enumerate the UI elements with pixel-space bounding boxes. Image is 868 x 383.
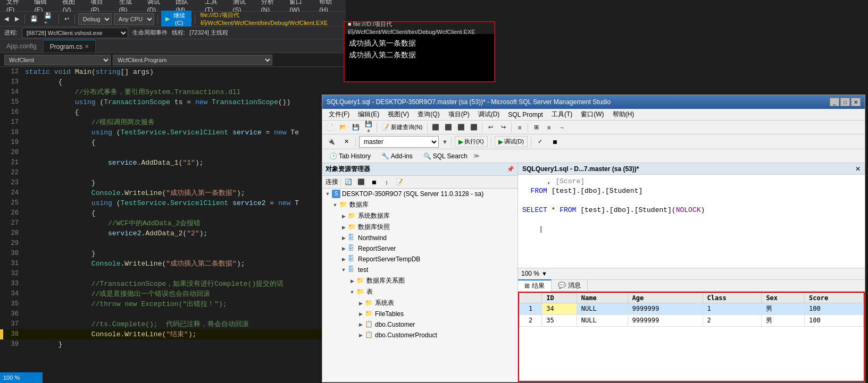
member-dropdown[interactable]: WcfClient.Program (113, 55, 272, 65)
line-content-31: Console.WriteLine("成功插入第二条数据"); (23, 259, 346, 269)
ssms-menu-window[interactable]: 窗口(W) (577, 109, 608, 120)
ssms-addins-btn[interactable]: 🔧 Add-ins (377, 151, 418, 161)
ssms-new-query-btn[interactable]: 📝 新建查询(N) (379, 122, 425, 133)
stop-btn[interactable]: ⏹ (369, 177, 379, 188)
line-num-25: 25 (4, 198, 23, 208)
ssms-redo-btn[interactable]: ↪ (497, 122, 509, 133)
tree-databases[interactable]: ▼ 📁 数据库 (322, 199, 518, 210)
tab-programcs-close[interactable]: ✕ (85, 44, 89, 49)
new-query-obj-btn[interactable]: 📝 (394, 177, 405, 188)
ssms-menu-query[interactable]: 查询(Q) (413, 109, 444, 120)
tree-server[interactable]: ▼ S DESKTOP-350R9O7 (SQL Server 11.0.312… (322, 189, 518, 199)
line-content-34: //或是直接抛出一个错误也会自动回滚 (23, 289, 346, 299)
debug-dropdown[interactable]: Debug (78, 13, 112, 25)
messages-tab-label: 消息 (568, 281, 581, 290)
sql-code-editor[interactable]: , [Score] FROM [test].[dbo].[Student] SE… (518, 175, 865, 268)
process-dropdown[interactable]: [88728] WcfClient.vshost.exe (22, 28, 128, 38)
ssms-stop-btn[interactable]: ⏹ (549, 136, 561, 148)
line-num-12: 12 (4, 67, 23, 77)
results-tab[interactable]: ⊞ 结果 (518, 279, 552, 292)
result-row-2[interactable]: 2 35 NULL 9999999 2 男 100 (520, 314, 864, 326)
ssms-new-file-btn[interactable]: 📄 (324, 122, 336, 133)
code-line-14: 14 //分布式事务，要引用System.Transactions.dll (0, 87, 346, 97)
ssms-save-btn[interactable]: 💾 (350, 122, 362, 133)
ssms-btn3[interactable]: ⬛ (430, 122, 441, 133)
tree-northwind[interactable]: ▶ 🗄 Northwind (322, 233, 518, 243)
tree-tables-folder[interactable]: ▼ 📁 表 (322, 286, 518, 297)
ssms-connect-btn[interactable]: 🔌 (326, 136, 337, 148)
line-num-38: 38 (4, 329, 23, 339)
ssms-align-btn[interactable]: ≡ (543, 122, 555, 133)
tree-reportservertempdb[interactable]: ▶ 🗄 ReportServerTempDB (322, 254, 518, 265)
ssms-open-btn[interactable]: 📂 (337, 122, 349, 133)
save-btn[interactable]: 💾 (28, 14, 40, 23)
forward-btn[interactable]: ▶ (13, 14, 21, 23)
ssms-debug-exec-btn[interactable]: ▶ 调试(D) (495, 136, 528, 147)
tree-filetables[interactable]: ▶ 📁 FileTables (322, 309, 518, 319)
ssms-menu-tools[interactable]: 工具(T) (547, 109, 577, 120)
undo-btn[interactable]: ↩ (62, 14, 71, 23)
ssms-tab-history-btn[interactable]: 🕒 Tab History (324, 151, 375, 161)
line-num-37: 37 (4, 319, 23, 329)
continue-btn[interactable]: ▶ 继续(C) (161, 11, 191, 27)
systemdb-label: 系统数据库 (358, 211, 390, 220)
ssms-sqlsearch-btn[interactable]: 🔍 SQL Search (419, 151, 472, 161)
ssms-menu-help[interactable]: 帮助(H) (608, 109, 639, 120)
northwind-label: Northwind (358, 234, 387, 242)
ssms-execute-btn[interactable]: ▶ 执行(X) (455, 136, 488, 147)
ssms-undo-btn[interactable]: ↩ (485, 122, 496, 133)
line-content-38: Console.WriteLine("结束"); (23, 329, 346, 339)
obj-explorer-header: 对象资源管理器 📌 (322, 163, 518, 176)
results-tabs-bar: ⊞ 结果 💬 消息 (518, 280, 865, 292)
refresh-btn[interactable]: 🔄 (343, 177, 354, 188)
ssms-more-btns[interactable]: ≡ (514, 122, 525, 133)
tree-reportserver[interactable]: ▶ 🗄 ReportServer (322, 243, 518, 254)
ssms-btn6[interactable]: ⬛ (468, 122, 480, 133)
sql-line-6: | (522, 225, 861, 234)
tree-system-tables[interactable]: ▶ 📁 系统表 (322, 297, 518, 309)
ssms-menu-debug[interactable]: 调试(D) (474, 109, 504, 120)
back-btn[interactable]: ◀ (2, 14, 11, 23)
sql-editor-close-btn[interactable]: ✕ (855, 165, 861, 173)
ssms-sep8 (491, 137, 491, 147)
ssms-disconnect-btn[interactable]: ✕ (340, 136, 352, 148)
code-editor[interactable]: 12 static void Main(string[] args) 13 { … (0, 67, 346, 372)
object-tree[interactable]: ▼ S DESKTOP-350R9O7 (SQL Server 11.0.312… (322, 189, 518, 382)
ssms-format-btn[interactable]: ⊞ (530, 122, 542, 133)
ssms-minimize-btn[interactable]: _ (830, 98, 839, 106)
ssms-btn5[interactable]: ⬛ (455, 122, 467, 133)
ssms-menu-project[interactable]: 项目(P) (444, 109, 474, 120)
tab-appconfig[interactable]: App.config (0, 40, 44, 53)
ssms-db-dropdown[interactable]: master (359, 136, 439, 148)
tree-dbsnapshot[interactable]: ▶ 📁 数据库快照 (322, 222, 518, 233)
ssms-check-btn[interactable]: ✓ (535, 136, 546, 148)
result-row-1[interactable]: 1 34 NULL 9999999 1 男 100 (520, 303, 864, 314)
tree-test-db[interactable]: ▼ 🗄 test (322, 265, 518, 275)
line-content-28: service2.AddData_2("2"); (23, 228, 346, 239)
messages-tab[interactable]: 💬 消息 (552, 280, 588, 291)
ssms-sep2 (427, 123, 428, 132)
testdb-expand: ▼ (339, 266, 348, 274)
filter-btn[interactable]: ⬛ (356, 177, 366, 188)
tree-customer[interactable]: ▶ 📋 dbo.Customer (322, 319, 518, 330)
tree-customerproduct[interactable]: ▶ 📋 dbo.CustomerProduct (322, 330, 518, 341)
sync-btn[interactable]: ↕ (381, 177, 392, 188)
tree-dbdiagram[interactable]: ▶ 📁 数据库关系图 (322, 275, 518, 286)
ssms-btn4[interactable]: ⬛ (443, 122, 454, 133)
indicator-37 (0, 319, 4, 329)
file-dropdown[interactable]: WcfClient (4, 55, 111, 65)
ssms-menu-view[interactable]: 视图(V) (383, 109, 413, 120)
ssms-maximize-btn[interactable]: □ (840, 98, 850, 106)
tab-programcs[interactable]: Program.cs ✕ (44, 40, 96, 53)
code-line-22: 22 (0, 168, 346, 178)
ssms-save-all-btn[interactable]: 💾+ (363, 122, 374, 133)
tree-systemdb[interactable]: ▶ 📁 系统数据库 (322, 210, 518, 222)
save-all-btn[interactable]: 💾+ (42, 11, 55, 27)
indicator-21 (0, 158, 4, 168)
ssms-close-btn[interactable]: ✕ (851, 98, 861, 106)
ssms-menu-edit[interactable]: 编辑(E) (354, 109, 383, 120)
ssms-menu-file[interactable]: 文件(F) (324, 109, 354, 120)
ssms-menu-sqlprompt[interactable]: SQL Prompt (504, 110, 547, 120)
platform-dropdown[interactable]: Any CPU (114, 13, 154, 25)
ssms-indent-btn[interactable]: → (556, 122, 567, 133)
